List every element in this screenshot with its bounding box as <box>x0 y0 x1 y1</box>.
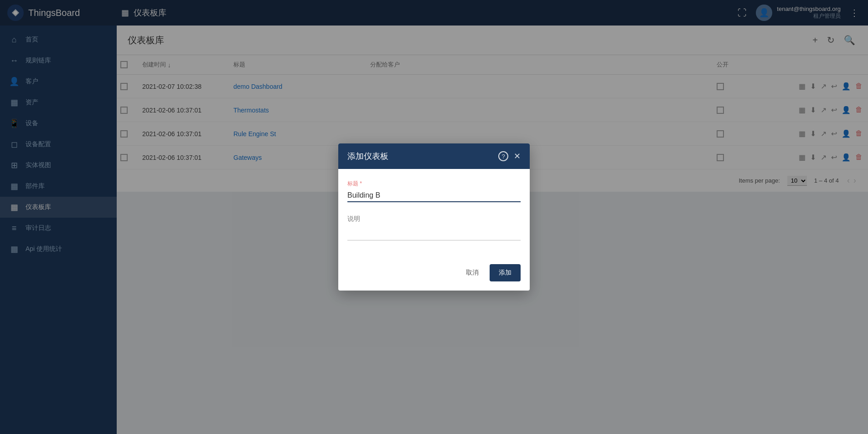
add-dashboard-modal: 添加仪表板 ? ✕ 标题 * 取消 添加 <box>338 143 530 291</box>
modal-title: 添加仪表板 <box>347 151 388 162</box>
modal-footer: 取消 添加 <box>338 259 530 291</box>
modal-overlay[interactable]: 添加仪表板 ? ✕ 标题 * 取消 添加 <box>0 0 868 434</box>
title-label: 标题 * <box>347 180 521 188</box>
modal-header-actions: ? ✕ <box>498 151 521 161</box>
title-input[interactable] <box>347 189 521 202</box>
help-button[interactable]: ? <box>498 151 508 161</box>
close-modal-button[interactable]: ✕ <box>514 151 521 161</box>
description-field <box>347 213 521 240</box>
modal-body: 标题 * <box>338 169 530 259</box>
title-field: 标题 * <box>347 180 521 202</box>
cancel-button[interactable]: 取消 <box>460 265 484 281</box>
description-input[interactable] <box>347 213 521 240</box>
add-button[interactable]: 添加 <box>490 264 521 281</box>
modal-header: 添加仪表板 ? ✕ <box>338 143 530 169</box>
